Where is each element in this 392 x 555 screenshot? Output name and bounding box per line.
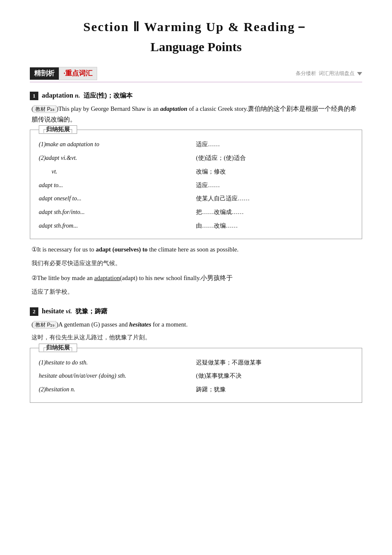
practice-num: ② [32, 275, 37, 281]
table-row: (2)hesitation n. 踌躇；犹豫 [39, 383, 353, 396]
vocab-header-1: 1 adaptation n. 适应(性)；改编本 [30, 92, 362, 100]
textbook-ref-1: 教材 P₂₈ [34, 105, 56, 113]
example-text-2: (教材 P₂₉)A gentleman (G) passes and hesit… [30, 319, 362, 330]
expansion-box-2: 归纳拓展 (1)hesitate to do sth. 迟疑做某事；不愿做某事 … [30, 348, 362, 403]
table-row: hesitate about/in/at/over (doing) sth. (… [39, 369, 353, 383]
table-row: vt. 改编；修改 [39, 165, 353, 179]
practice-cn-1b: 适应了新学校。 [30, 287, 362, 297]
vocab-term-2: hesitate vi. [42, 307, 72, 315]
expansion-box-1: 归纳拓展 (1)make an adaptation to 适应…… (2)ad… [30, 130, 362, 239]
expansion-table-2: (1)hesitate to do sth. 迟疑做某事；不愿做某事 hesit… [39, 356, 353, 396]
banner-left: 精剖析 ·重点词汇 [30, 67, 97, 80]
vocab-number-2: 2 [30, 307, 38, 316]
table-row: adapt sth.for/into... 把……改编成…… [39, 205, 353, 219]
expansion-table-1: (1)make an adaptation to 适应…… (2)adapt v… [39, 138, 353, 233]
banner-tag-light: ·重点词汇 [59, 67, 97, 80]
practice-item-1b: ②The little boy made an adaptation(adapt… [30, 273, 362, 283]
title-line1: Section Ⅱ Warming Up & Reading－ [30, 17, 362, 36]
banner-tag-dark: 精剖析 [30, 67, 59, 80]
expansion-title-1: 归纳拓展 [39, 125, 77, 134]
textbook-ref-2: 教材 P₂₉ [34, 321, 56, 329]
table-row: (1)make an adaptation to 适应…… [39, 138, 353, 151]
title-line2: Language Points [30, 40, 362, 54]
table-row: adapt to... 适应…… [39, 179, 353, 192]
vocab-header-2: 2 hesitate vi. 犹豫；踌躇 [30, 307, 362, 316]
vocab-def-1: 适应(性)；改编本 [84, 92, 133, 100]
banner-right-text2: 词汇用法细盘点 [319, 70, 355, 77]
practice-num: ① [32, 246, 37, 253]
expansion-title-2: 归纳拓展 [39, 344, 77, 352]
vocab-number-1: 1 [30, 92, 38, 100]
practice-item-1a: ①It is necessary for us to adapt (oursel… [30, 244, 362, 255]
page-title: Section Ⅱ Warming Up & Reading－ Language… [30, 17, 362, 54]
vocab-def-2: 犹豫；踌躇 [75, 307, 107, 315]
dropdown-triangle-icon [357, 72, 362, 75]
section-banner: 精剖析 ·重点词汇 条分缕析 词汇用法细盘点 [30, 67, 362, 82]
banner-right: 条分缕析 词汇用法细盘点 [296, 70, 362, 77]
vocab-item-adaptation: 1 adaptation n. 适应(性)；改编本 (教材 P₂₈)This p… [30, 92, 362, 297]
example-text-1: (教材 P₂₈)This play by George Bernard Shaw… [30, 104, 362, 124]
table-row: adapt oneself to... 使某人自己适应…… [39, 192, 353, 205]
practice-cn-1a: 我们有必要尽快适应这里的气候。 [30, 258, 362, 269]
vocab-item-hesitate: 2 hesitate vi. 犹豫；踌躇 (教材 P₂₉)A gentleman… [30, 307, 362, 403]
table-row: (2)adapt vi.&vt. (使)适应；(使)适合 [39, 151, 353, 165]
example-cn-2: 这时，有位先生从这儿路过，他犹豫了片刻。 [30, 332, 362, 343]
banner-right-text1: 条分缕析 [296, 70, 316, 77]
table-row: adapt sth.from... 由……改编…… [39, 219, 353, 233]
table-row: (1)hesitate to do sth. 迟疑做某事；不愿做某事 [39, 356, 353, 370]
vocab-term-1: adaptation n. [42, 92, 80, 99]
